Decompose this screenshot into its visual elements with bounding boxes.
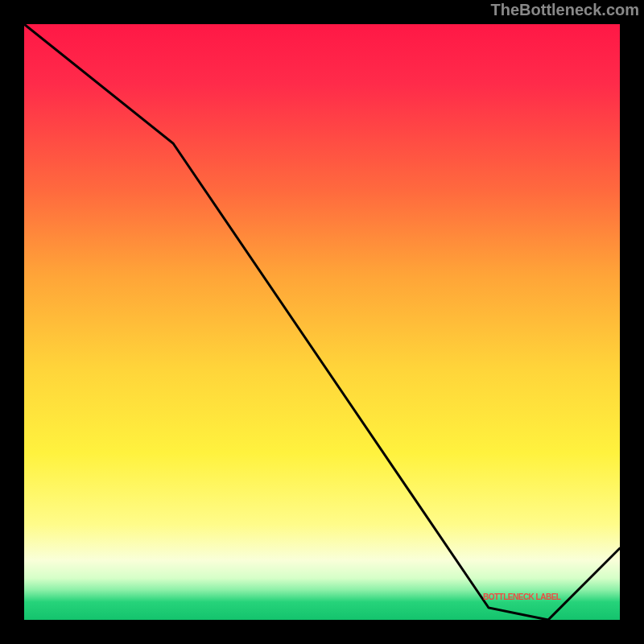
curve-svg	[24, 24, 620, 620]
attribution-text: TheBottleneck.com	[491, 0, 639, 19]
optimum-marker-label: BOTTLENECK LABEL	[483, 592, 560, 601]
chart-frame: TheBottleneck.com BOTTLENECK LABEL	[0, 0, 644, 644]
bottleneck-curve	[24, 24, 620, 620]
plot-area: BOTTLENECK LABEL	[24, 24, 620, 620]
